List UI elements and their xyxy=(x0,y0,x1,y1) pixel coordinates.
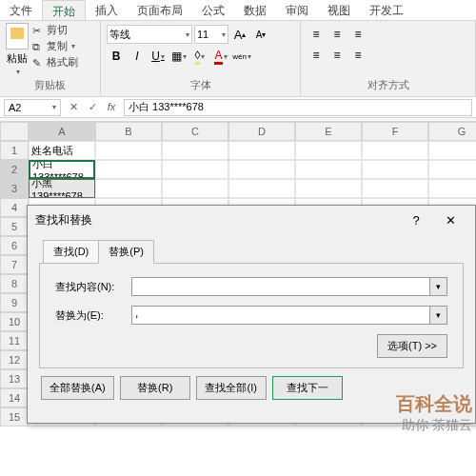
formula-bar[interactable]: 小白 133****678 xyxy=(124,99,472,116)
cell[interactable]: 小白 133****678 xyxy=(29,160,95,179)
underline-button[interactable]: U▾ xyxy=(149,47,168,66)
italic-button[interactable]: I xyxy=(128,47,147,66)
tab-view[interactable]: 视图 xyxy=(318,0,360,20)
tab-developer[interactable]: 开发工 xyxy=(360,0,413,20)
row-header[interactable]: 6 xyxy=(0,236,29,255)
column-header[interactable]: F xyxy=(362,122,428,141)
row-header[interactable]: 12 xyxy=(0,350,29,369)
row-header[interactable]: 13 xyxy=(0,369,29,388)
row-header[interactable]: 8 xyxy=(0,274,29,293)
tab-replace[interactable]: 替换(P) xyxy=(98,240,154,264)
find-all-button[interactable]: 查找全部(I) xyxy=(196,376,267,400)
tab-insert[interactable]: 插入 xyxy=(86,0,128,20)
row-header[interactable]: 7 xyxy=(0,255,29,274)
row-header[interactable]: 10 xyxy=(0,312,29,331)
font-group: 等线▾ 11▾ A▴ A▾ B I U▾ ▦▾ ◊▾ A▾ wén▾ 字体 xyxy=(101,21,301,96)
cell[interactable] xyxy=(228,160,295,179)
bold-button[interactable]: B xyxy=(107,47,126,66)
cell[interactable]: 小黑 139****678 xyxy=(29,179,95,198)
decrease-font-button[interactable]: A▾ xyxy=(251,25,270,44)
select-all-corner[interactable] xyxy=(0,122,29,141)
cell[interactable] xyxy=(228,179,295,198)
phonetic-button[interactable]: wén▾ xyxy=(232,47,251,66)
cell[interactable] xyxy=(162,179,228,198)
row-header[interactable]: 1 xyxy=(0,141,29,160)
dialog-titlebar[interactable]: 查找和替换 ? ✕ xyxy=(28,206,475,234)
confirm-edit-button[interactable]: ✓ xyxy=(84,101,101,113)
row-header[interactable]: 15 xyxy=(0,407,29,426)
row-header[interactable]: 5 xyxy=(0,217,29,236)
column-header[interactable]: E xyxy=(295,122,362,141)
fill-color-button[interactable]: ◊▾ xyxy=(190,47,209,66)
cancel-edit-button[interactable]: ✕ xyxy=(65,101,82,113)
font-color-button[interactable]: A▾ xyxy=(211,47,230,66)
align-right-button[interactable]: ≡ xyxy=(348,46,367,65)
cell[interactable]: 姓名电话 xyxy=(29,141,95,160)
format-painter-button[interactable]: ✎格式刷 xyxy=(32,55,78,69)
cut-button[interactable]: ✂剪切 xyxy=(32,23,78,37)
name-box[interactable]: A2▾ xyxy=(4,99,61,116)
find-input[interactable] xyxy=(131,277,430,296)
column-header[interactable]: G xyxy=(428,122,476,141)
tab-data[interactable]: 数据 xyxy=(234,0,276,20)
column-header[interactable]: B xyxy=(95,122,162,141)
cell[interactable] xyxy=(428,179,476,198)
close-button[interactable]: ✕ xyxy=(433,208,467,231)
align-bottom-button[interactable]: ≡ xyxy=(348,25,367,44)
column-header[interactable]: C xyxy=(162,122,228,141)
tab-review[interactable]: 审阅 xyxy=(276,0,318,20)
align-center-button[interactable]: ≡ xyxy=(327,46,347,65)
tab-layout[interactable]: 页面布局 xyxy=(128,0,192,20)
tab-find[interactable]: 查找(D) xyxy=(43,240,99,264)
row-header[interactable]: 9 xyxy=(0,293,29,312)
border-button[interactable]: ▦▾ xyxy=(169,47,188,66)
row-header[interactable]: 2 xyxy=(0,160,29,179)
paste-label: 粘贴 xyxy=(7,51,28,66)
increase-font-button[interactable]: A▴ xyxy=(230,25,249,44)
brush-icon: ✎ xyxy=(32,57,44,69)
cell[interactable] xyxy=(428,141,476,160)
align-middle-button[interactable]: ≡ xyxy=(327,25,347,44)
cell[interactable] xyxy=(228,141,295,160)
tab-file[interactable]: 文件 xyxy=(0,0,42,20)
replace-button[interactable]: 替换(R) xyxy=(120,376,190,400)
cell[interactable] xyxy=(295,179,362,198)
cell[interactable] xyxy=(362,179,428,198)
cell[interactable] xyxy=(295,141,362,160)
cell[interactable] xyxy=(95,141,162,160)
tab-formula[interactable]: 公式 xyxy=(192,0,234,20)
replace-history-dropdown[interactable]: ▾ xyxy=(430,306,447,325)
font-size-select[interactable]: 11▾ xyxy=(194,25,228,44)
replace-all-button[interactable]: 全部替换(A) xyxy=(41,376,114,400)
cell[interactable] xyxy=(362,141,428,160)
find-next-button[interactable]: 查找下一 xyxy=(272,376,343,400)
align-left-button[interactable]: ≡ xyxy=(307,46,326,65)
cell[interactable] xyxy=(95,179,162,198)
fx-button[interactable]: fx xyxy=(103,101,120,113)
row-header[interactable]: 3 xyxy=(0,179,29,198)
paste-button[interactable]: 粘贴 ▾ xyxy=(6,23,29,78)
cell[interactable] xyxy=(295,160,362,179)
row-header[interactable]: 11 xyxy=(0,331,29,350)
watermark-title: 百科全说 xyxy=(396,391,472,417)
replace-input[interactable]: , xyxy=(131,306,430,325)
cell[interactable] xyxy=(162,160,228,179)
font-name-select[interactable]: 等线▾ xyxy=(107,25,192,44)
cell[interactable] xyxy=(362,160,428,179)
column-header[interactable]: D xyxy=(228,122,295,141)
column-header[interactable]: A xyxy=(29,122,95,141)
cell[interactable] xyxy=(95,160,162,179)
row-header[interactable]: 4 xyxy=(0,198,29,217)
scissors-icon: ✂ xyxy=(32,25,44,36)
row-header[interactable]: 14 xyxy=(0,388,29,407)
options-button[interactable]: 选项(T) >> xyxy=(377,334,447,358)
cell[interactable] xyxy=(428,160,476,179)
copy-button[interactable]: ⧉复制▾ xyxy=(32,39,78,53)
tab-home[interactable]: 开始 xyxy=(42,0,86,20)
find-history-dropdown[interactable]: ▾ xyxy=(430,277,447,296)
font-group-label: 字体 xyxy=(107,78,294,94)
help-button[interactable]: ? xyxy=(399,208,433,231)
align-top-button[interactable]: ≡ xyxy=(307,25,326,44)
clipboard-group-label: 剪贴板 xyxy=(6,78,94,94)
cell[interactable] xyxy=(162,141,228,160)
